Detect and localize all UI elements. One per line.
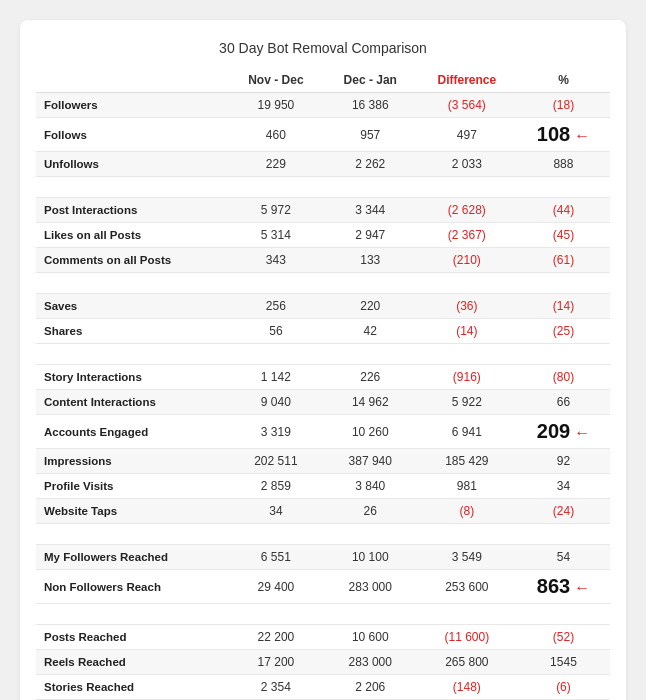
row-nov-dec: 256 (228, 294, 324, 319)
row-dec-jan: 3 344 (324, 198, 417, 223)
row-dec-jan: 2 206 (324, 675, 417, 700)
table-row: Profile Visits2 8593 84098134 (36, 474, 610, 499)
row-pct: 54 (517, 545, 610, 570)
row-dec-jan: 10 100 (324, 545, 417, 570)
row-pct: (80) (517, 365, 610, 390)
row-dec-jan: 2 262 (324, 152, 417, 177)
row-nov-dec: 29 400 (228, 570, 324, 604)
row-label: Accounts Engaged (36, 415, 228, 449)
row-label: Post Interactions (36, 198, 228, 223)
col-difference: Difference (417, 68, 517, 93)
row-label: Unfollows (36, 152, 228, 177)
col-nov-dec: Nov - Dec (228, 68, 324, 93)
row-diff: (916) (417, 365, 517, 390)
col-percent: % (517, 68, 610, 93)
arrow-icon: ← (574, 579, 590, 597)
row-nov-dec: 343 (228, 248, 324, 273)
chart-title: 30 Day Bot Removal Comparison (36, 40, 610, 56)
row-diff: (2 628) (417, 198, 517, 223)
spacer-row (36, 177, 610, 198)
main-card: 30 Day Bot Removal Comparison Nov - Dec … (20, 20, 626, 700)
row-pct: 209 ← (517, 415, 610, 449)
row-pct: 1545 (517, 650, 610, 675)
row-dec-jan: 10 260 (324, 415, 417, 449)
row-nov-dec: 6 551 (228, 545, 324, 570)
table-body: Followers19 95016 386(3 564)(18)Follows4… (36, 93, 610, 701)
table-row: Shares5642(14)(25) (36, 319, 610, 344)
table-row: Stories Reached2 3542 206(148)(6) (36, 675, 610, 700)
row-label: Impressions (36, 449, 228, 474)
row-dec-jan: 133 (324, 248, 417, 273)
table-row: My Followers Reached6 55110 1003 54954 (36, 545, 610, 570)
row-dec-jan: 10 600 (324, 625, 417, 650)
row-dec-jan: 957 (324, 118, 417, 152)
row-label: Followers (36, 93, 228, 118)
row-label: Stories Reached (36, 675, 228, 700)
table-row: Website Taps3426(8)(24) (36, 499, 610, 524)
table-row: Saves256220(36)(14) (36, 294, 610, 319)
row-nov-dec: 2 859 (228, 474, 324, 499)
row-diff: 6 941 (417, 415, 517, 449)
row-pct: (61) (517, 248, 610, 273)
row-pct: 108 ← (517, 118, 610, 152)
row-diff: (2 367) (417, 223, 517, 248)
row-nov-dec: 5 314 (228, 223, 324, 248)
table-header-row: Nov - Dec Dec - Jan Difference % (36, 68, 610, 93)
row-label: Non Followers Reach (36, 570, 228, 604)
row-label: Reels Reached (36, 650, 228, 675)
row-diff: (14) (417, 319, 517, 344)
table-row: Story Interactions1 142226(916)(80) (36, 365, 610, 390)
row-label: Comments on all Posts (36, 248, 228, 273)
table-row: Posts Reached22 20010 600(11 600)(52) (36, 625, 610, 650)
row-diff: 185 429 (417, 449, 517, 474)
spacer-row (36, 604, 610, 625)
row-nov-dec: 3 319 (228, 415, 324, 449)
row-nov-dec: 17 200 (228, 650, 324, 675)
row-dec-jan: 2 947 (324, 223, 417, 248)
row-nov-dec: 5 972 (228, 198, 324, 223)
row-nov-dec: 2 354 (228, 675, 324, 700)
row-label: Content Interactions (36, 390, 228, 415)
row-label: Follows (36, 118, 228, 152)
row-dec-jan: 226 (324, 365, 417, 390)
row-dec-jan: 220 (324, 294, 417, 319)
row-label: Posts Reached (36, 625, 228, 650)
row-pct: 888 (517, 152, 610, 177)
table-row: Follows460957497108 ← (36, 118, 610, 152)
comparison-table: Nov - Dec Dec - Jan Difference % Followe… (36, 68, 610, 700)
row-diff: (11 600) (417, 625, 517, 650)
col-metric (36, 68, 228, 93)
row-diff: 265 800 (417, 650, 517, 675)
row-pct: (45) (517, 223, 610, 248)
row-nov-dec: 202 511 (228, 449, 324, 474)
row-pct: (24) (517, 499, 610, 524)
table-row: Content Interactions9 04014 9625 92266 (36, 390, 610, 415)
col-dec-jan: Dec - Jan (324, 68, 417, 93)
row-diff: 2 033 (417, 152, 517, 177)
row-nov-dec: 34 (228, 499, 324, 524)
row-label: Saves (36, 294, 228, 319)
table-row: Unfollows2292 2622 033888 (36, 152, 610, 177)
row-label: Story Interactions (36, 365, 228, 390)
row-pct: (14) (517, 294, 610, 319)
row-dec-jan: 16 386 (324, 93, 417, 118)
spacer-row (36, 273, 610, 294)
row-label: Profile Visits (36, 474, 228, 499)
table-row: Post Interactions5 9723 344(2 628)(44) (36, 198, 610, 223)
row-pct: 34 (517, 474, 610, 499)
row-label: Likes on all Posts (36, 223, 228, 248)
table-row: Non Followers Reach29 400283 000253 6008… (36, 570, 610, 604)
row-pct: (6) (517, 675, 610, 700)
row-nov-dec: 229 (228, 152, 324, 177)
row-pct: (52) (517, 625, 610, 650)
row-pct: (18) (517, 93, 610, 118)
row-diff: 5 922 (417, 390, 517, 415)
arrow-icon: ← (574, 424, 590, 442)
table-row: Comments on all Posts343133(210)(61) (36, 248, 610, 273)
row-dec-jan: 283 000 (324, 570, 417, 604)
row-nov-dec: 19 950 (228, 93, 324, 118)
row-dec-jan: 387 940 (324, 449, 417, 474)
row-diff: (210) (417, 248, 517, 273)
spacer-row (36, 344, 610, 365)
row-nov-dec: 1 142 (228, 365, 324, 390)
